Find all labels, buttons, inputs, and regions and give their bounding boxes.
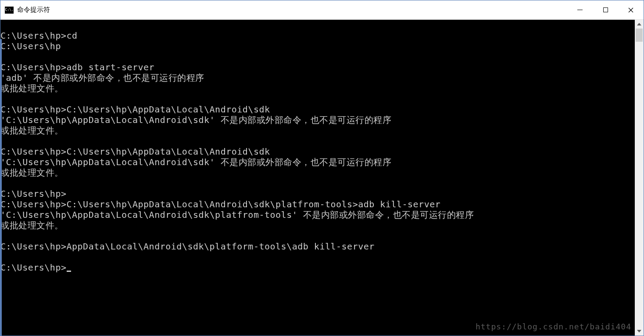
scrollbar-thumb[interactable]	[636, 29, 643, 42]
svg-marker-3	[637, 330, 641, 332]
cmd-icon-text: C:\.	[5, 8, 13, 12]
terminal-container: C:\Users\hp>cd C:\Users\hp C:\Users\hp>a…	[0, 20, 644, 336]
window-title: 命令提示符	[17, 6, 50, 14]
scrollbar-up-arrow-icon[interactable]	[635, 20, 644, 29]
scrollbar-down-arrow-icon[interactable]	[635, 327, 644, 336]
cmd-icon: C:\.	[5, 7, 14, 14]
command-prompt-window: C:\. 命令提示符 C:\Users\hp>cd C:\Users\hp C:…	[0, 0, 644, 336]
minimize-button[interactable]	[567, 0, 593, 19]
maximize-button[interactable]	[593, 0, 618, 19]
minimize-icon	[577, 10, 583, 10]
close-button[interactable]	[618, 0, 644, 19]
window-left-edge	[0, 39, 2, 336]
svg-marker-2	[637, 23, 641, 25]
titlebar[interactable]: C:\. 命令提示符	[0, 0, 644, 20]
watermark-text: https://blog.csdn.net/baidi404	[476, 322, 631, 331]
terminal-output[interactable]: C:\Users\hp>cd C:\Users\hp C:\Users\hp>a…	[0, 20, 635, 336]
maximize-icon	[603, 7, 608, 12]
close-icon	[628, 7, 633, 13]
vertical-scrollbar[interactable]	[635, 20, 644, 336]
window-controls	[567, 0, 644, 19]
scrollbar-track[interactable]	[635, 29, 644, 327]
